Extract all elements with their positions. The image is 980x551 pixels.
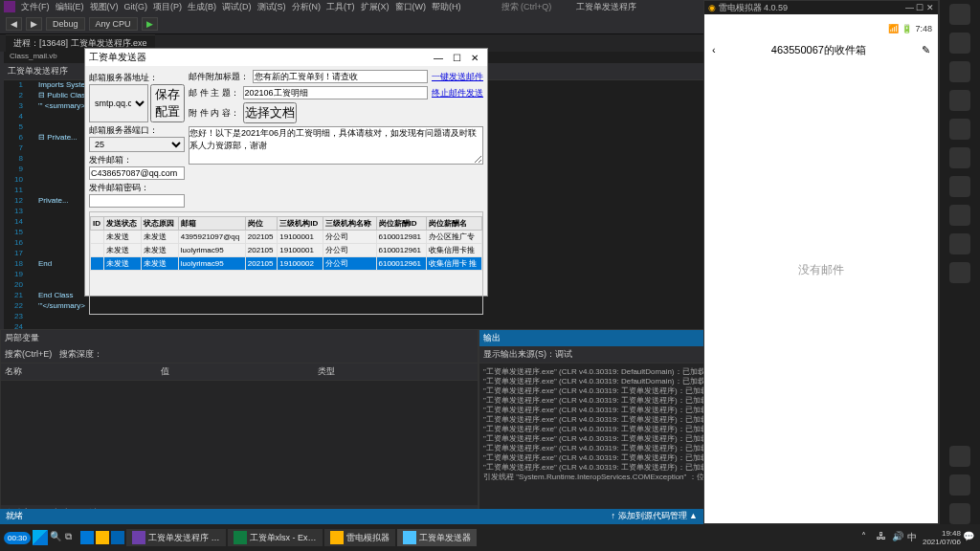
menu-project[interactable]: 项目(P) bbox=[153, 1, 182, 13]
dialog-titlebar[interactable]: 工资单发送器 — ☐ ✕ bbox=[85, 49, 487, 66]
phone-status: 📶 🔋 7:48 bbox=[704, 22, 938, 35]
record-badge[interactable]: 00:30 bbox=[4, 532, 31, 544]
fullscreen-icon[interactable] bbox=[949, 33, 970, 54]
send-all-link[interactable]: 一键发送邮件 bbox=[432, 71, 483, 83]
task-emu[interactable]: 雷电模拟器 bbox=[324, 529, 395, 546]
min-button[interactable]: — bbox=[429, 53, 448, 63]
output-title[interactable]: 输出 bbox=[483, 332, 501, 344]
menu-git[interactable]: Git(G) bbox=[124, 2, 148, 11]
search-box[interactable]: 搜索 (Ctrl+Q) bbox=[501, 1, 552, 13]
stop-link[interactable]: 终止邮件发送 bbox=[432, 87, 483, 99]
explorer-icon[interactable] bbox=[96, 531, 109, 544]
notification-icon[interactable]: 💬 bbox=[963, 531, 976, 544]
menu-debug[interactable]: 调试(D) bbox=[222, 1, 252, 13]
emulator-titlebar[interactable]: ◉ 雷电模拟器 4.0.59 — ☐ ✕ bbox=[704, 1, 938, 14]
status-text: 就绪 bbox=[6, 510, 23, 523]
to-input[interactable] bbox=[253, 70, 428, 83]
body-input[interactable]: 您好！以下是2021年06月的工资明细，具体请核对，如发现有问题请及时联系人力资… bbox=[189, 126, 483, 165]
config-combo[interactable]: Debug bbox=[46, 17, 85, 31]
pwd-input[interactable] bbox=[89, 194, 185, 208]
locate-icon[interactable] bbox=[949, 176, 970, 197]
recent-nav-icon[interactable] bbox=[949, 503, 970, 524]
mail-sender-dialog: 工资单发送器 — ☐ ✕ 邮箱服务器地址： smtp.qq.com保存配置 邮箱… bbox=[84, 48, 488, 297]
compose-panel: 邮件附加标题：一键发送邮件 邮 件 主 题：终止邮件发送 附 件 内 容：选择文… bbox=[189, 70, 483, 208]
record-icon[interactable] bbox=[949, 119, 970, 140]
menu-edit[interactable]: 编辑(E) bbox=[56, 1, 84, 13]
app-icon bbox=[403, 531, 416, 544]
menu-test[interactable]: 测试(S) bbox=[257, 1, 286, 13]
emulator-sidebar bbox=[939, 0, 980, 524]
ld-icon bbox=[330, 531, 344, 544]
battery-icon: 🔋 bbox=[902, 24, 912, 33]
line-numbers: 123456789101112131415161718192021222324 bbox=[4, 80, 27, 333]
max-button[interactable]: ☐ bbox=[448, 53, 466, 63]
inbox-body[interactable]: 没有邮件 bbox=[704, 64, 938, 475]
inbox-header: ‹ 463550067的收件箱 ✎ bbox=[704, 35, 938, 64]
platform-combo[interactable]: Any CPU bbox=[89, 17, 138, 31]
more-icon[interactable] bbox=[949, 262, 970, 283]
emu-min-icon[interactable]: — bbox=[905, 3, 914, 12]
volume-icon[interactable] bbox=[949, 4, 970, 25]
compose-icon[interactable]: ✎ bbox=[922, 44, 930, 56]
start-icon[interactable] bbox=[33, 530, 48, 545]
statusbar: 就绪 ↑ 添加到源代码管理 ▲ bbox=[0, 509, 703, 524]
subject-input[interactable] bbox=[243, 86, 428, 99]
tray-up-icon[interactable]: ˄ bbox=[861, 531, 875, 544]
menu-help[interactable]: 帮助(H) bbox=[432, 1, 461, 13]
back-nav-icon[interactable] bbox=[949, 446, 970, 467]
menu-build[interactable]: 生成(B) bbox=[188, 1, 216, 13]
account-input[interactable] bbox=[89, 166, 185, 180]
menu-window[interactable]: 窗口(W) bbox=[395, 1, 427, 13]
menu-ext[interactable]: 扩展(X) bbox=[361, 1, 390, 13]
tray-net-icon[interactable]: 🖧 bbox=[877, 531, 890, 544]
recipient-grid[interactable]: ID发送状态状态原因邮箱岗位三级机构ID三级机构名称岗位薪酬ID岗位薪酬名 未发… bbox=[90, 216, 482, 271]
taskview-icon[interactable]: ⧉ bbox=[65, 531, 78, 544]
excel-icon bbox=[234, 531, 247, 544]
col-value: 值 bbox=[161, 365, 317, 378]
locals-body[interactable] bbox=[1, 381, 478, 505]
port-input[interactable]: 25 bbox=[89, 137, 185, 152]
table-row[interactable]: 未发送未发送4395921097@qq20210519100001分公司6100… bbox=[91, 231, 482, 244]
task-excel[interactable]: 工资单xlsx - Ex… bbox=[228, 529, 323, 546]
edge-icon[interactable] bbox=[80, 531, 94, 544]
shake-icon[interactable] bbox=[949, 205, 970, 226]
screenshot-icon[interactable] bbox=[949, 90, 970, 111]
locals-depth[interactable]: 搜索深度： bbox=[59, 349, 102, 359]
save-config-button[interactable]: 保存配置 bbox=[150, 84, 185, 122]
fwd-button[interactable]: ▶ bbox=[26, 17, 42, 31]
table-row[interactable]: 未发送未发送luolyrimac9520210519100001分公司61000… bbox=[91, 244, 482, 257]
run-button[interactable]: ▶ bbox=[142, 17, 158, 31]
source-control-button[interactable]: ↑ 添加到源代码管理 ▲ bbox=[612, 510, 698, 523]
task-app[interactable]: 工资单发送器 bbox=[397, 529, 477, 546]
tray-vol-icon[interactable]: 🔊 bbox=[892, 531, 905, 544]
multi-icon[interactable] bbox=[949, 147, 970, 168]
menu-file[interactable]: 文件(F) bbox=[21, 1, 50, 13]
solution-name: 工资单发送程序 bbox=[576, 1, 636, 13]
task-vs[interactable]: 工资单发送程序 … bbox=[126, 529, 226, 546]
menu-analyze[interactable]: 分析(N) bbox=[292, 1, 322, 13]
fold-gutter[interactable] bbox=[27, 80, 38, 333]
emu-close-icon[interactable]: ✕ bbox=[926, 3, 934, 12]
table-row-selected[interactable]: 未发送未发送luolyrimac9520210519100002分公司61000… bbox=[91, 257, 482, 271]
menu-view[interactable]: 视图(V) bbox=[90, 1, 119, 13]
code-nav-left[interactable]: 工资单发送程序 bbox=[8, 65, 68, 77]
emu-max-icon[interactable]: ☐ bbox=[916, 3, 924, 12]
back-button[interactable]: ◀ bbox=[6, 17, 22, 31]
search-icon[interactable]: 🔍 bbox=[50, 531, 63, 544]
tray-ime-icon[interactable]: 中 bbox=[907, 531, 921, 544]
pwd-label: 发件邮箱密码： bbox=[89, 182, 185, 194]
store-icon[interactable] bbox=[111, 531, 124, 544]
close-button[interactable]: ✕ bbox=[466, 53, 483, 63]
attach-button[interactable]: 选择文档 bbox=[243, 102, 297, 123]
subject-label: 邮 件 主 题： bbox=[189, 87, 239, 99]
keyboard-icon[interactable] bbox=[949, 61, 970, 82]
locals-search[interactable]: 搜索(Ctrl+E) bbox=[5, 349, 52, 359]
inbox-title: 463550067的收件箱 bbox=[771, 43, 866, 57]
rotate-icon[interactable] bbox=[949, 233, 970, 254]
port-label: 邮箱服务器端口： bbox=[89, 124, 185, 137]
home-nav-icon[interactable] bbox=[949, 474, 970, 496]
server-input[interactable]: smtp.qq.com bbox=[89, 84, 148, 122]
back-icon[interactable]: ‹ bbox=[712, 44, 716, 55]
menu-tools[interactable]: 工具(T) bbox=[326, 1, 355, 13]
clock[interactable]: 19:482021/07/06 bbox=[923, 529, 961, 546]
